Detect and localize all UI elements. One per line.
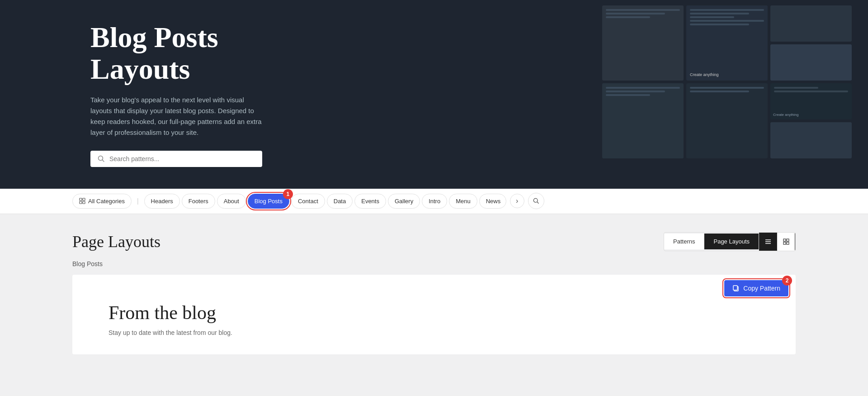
category-gallery[interactable]: Gallery bbox=[388, 194, 420, 209]
thumbnail bbox=[770, 122, 852, 158]
category-intro[interactable]: Intro bbox=[422, 194, 447, 209]
hero-title: Blog Posts Layouts bbox=[90, 22, 316, 86]
thumbnail bbox=[770, 5, 852, 42]
thumbnail bbox=[602, 5, 684, 81]
thumbnail: Create anything bbox=[686, 5, 768, 81]
search-icon bbox=[533, 198, 539, 204]
svg-rect-11 bbox=[783, 239, 786, 241]
category-news[interactable]: News bbox=[479, 194, 506, 209]
category-data[interactable]: Data bbox=[327, 194, 353, 209]
category-bar: All Categories | Headers Footers About B… bbox=[0, 189, 868, 214]
svg-rect-14 bbox=[787, 242, 789, 244]
category-events[interactable]: Events bbox=[354, 194, 386, 209]
arrow-right-icon: › bbox=[516, 197, 518, 205]
list-view-button[interactable] bbox=[759, 233, 777, 251]
svg-rect-2 bbox=[80, 198, 82, 200]
copy-pattern-button[interactable]: Copy Pattern bbox=[724, 280, 788, 296]
category-about[interactable]: About bbox=[217, 194, 246, 209]
grid-categories-icon bbox=[79, 198, 85, 204]
preview-blog-title: From the blog bbox=[108, 302, 760, 324]
svg-line-7 bbox=[537, 202, 538, 203]
svg-rect-12 bbox=[787, 239, 789, 241]
view-controls: Patterns Page Layouts bbox=[664, 232, 796, 251]
hero-content: Blog Posts Layouts Take your blog's appe… bbox=[0, 0, 316, 189]
category-headers[interactable]: Headers bbox=[144, 194, 180, 209]
divider: | bbox=[137, 197, 139, 205]
svg-rect-16 bbox=[733, 286, 737, 290]
page-title: Page Layouts bbox=[72, 232, 160, 251]
search-icon bbox=[98, 155, 105, 162]
content-header: Page Layouts Patterns Page Layouts bbox=[72, 232, 796, 251]
svg-line-1 bbox=[103, 160, 104, 162]
svg-rect-3 bbox=[83, 198, 85, 200]
thumbnail bbox=[770, 44, 852, 81]
preview-area: From the blog Stay up to date with the l… bbox=[72, 275, 796, 354]
copy-pattern-badge: 2 bbox=[782, 276, 792, 286]
main-content: Page Layouts Patterns Page Layouts bbox=[0, 214, 868, 395]
tab-patterns[interactable]: Patterns bbox=[664, 234, 704, 249]
thumbnail bbox=[686, 83, 768, 158]
category-footers[interactable]: Footers bbox=[182, 194, 215, 209]
pattern-card-header: Copy Pattern 2 bbox=[717, 275, 796, 302]
category-contact[interactable]: Contact bbox=[291, 194, 325, 209]
blog-posts-btn-wrap: Blog Posts 1 bbox=[248, 194, 289, 209]
svg-rect-5 bbox=[83, 201, 85, 204]
pattern-card: Copy Pattern 2 From the blog Stay up to … bbox=[72, 275, 796, 354]
search-box bbox=[90, 151, 262, 167]
hero-description: Take your blog's appeal to the next leve… bbox=[90, 95, 262, 138]
thumbnail bbox=[602, 83, 684, 158]
categories-search-button[interactable] bbox=[528, 193, 544, 209]
all-categories-button[interactable]: All Categories bbox=[72, 194, 132, 209]
section-label: Blog Posts bbox=[72, 260, 796, 267]
grid-view-button[interactable] bbox=[777, 233, 795, 251]
copy-btn-wrap: Copy Pattern 2 bbox=[724, 280, 788, 296]
category-menu[interactable]: Menu bbox=[449, 194, 477, 209]
copy-icon bbox=[732, 285, 740, 292]
blog-posts-badge: 1 bbox=[283, 189, 293, 199]
hero-thumbnails: Create anything Create anythin bbox=[597, 0, 868, 189]
grid-icon bbox=[783, 238, 790, 245]
thumbnail: Create anything bbox=[770, 83, 852, 119]
hero-section: Blog Posts Layouts Take your blog's appe… bbox=[0, 0, 868, 189]
list-icon bbox=[764, 238, 772, 245]
categories-next-button[interactable]: › bbox=[510, 194, 524, 208]
svg-rect-13 bbox=[783, 242, 786, 244]
tab-page-layouts[interactable]: Page Layouts bbox=[704, 234, 759, 249]
preview-blog-desc: Stay up to date with the latest from our… bbox=[108, 329, 760, 336]
search-input[interactable] bbox=[109, 155, 255, 162]
svg-rect-4 bbox=[80, 201, 82, 204]
copy-pattern-label: Copy Pattern bbox=[743, 285, 780, 292]
all-categories-label: All Categories bbox=[88, 198, 125, 205]
